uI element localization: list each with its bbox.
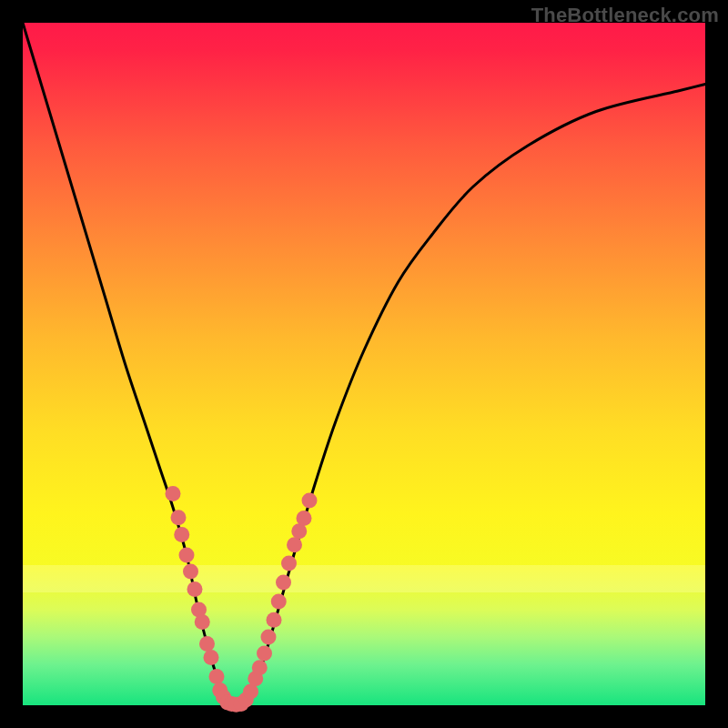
data-dot [276, 575, 291, 591]
data-dot [199, 636, 215, 652]
data-dot [171, 510, 187, 525]
data-dot [297, 511, 312, 526]
data-dot [281, 556, 297, 571]
curve-path [23, 23, 705, 708]
data-dot [195, 614, 210, 630]
data-dot [187, 581, 203, 597]
data-dot [183, 564, 198, 580]
data-dot [174, 527, 189, 542]
data-dot [252, 660, 268, 675]
data-dot [261, 630, 277, 645]
data-dot [287, 537, 302, 552]
data-dot [257, 646, 272, 662]
data-dot [166, 486, 181, 501]
data-dot [271, 594, 287, 610]
data-dot [302, 493, 318, 509]
data-dot [204, 650, 219, 665]
data-dot [267, 612, 282, 628]
data-dot [179, 548, 195, 563]
data-dot [209, 669, 225, 684]
curve-plot [23, 23, 705, 705]
bottleneck-curve [23, 23, 705, 708]
data-dots [166, 486, 318, 713]
